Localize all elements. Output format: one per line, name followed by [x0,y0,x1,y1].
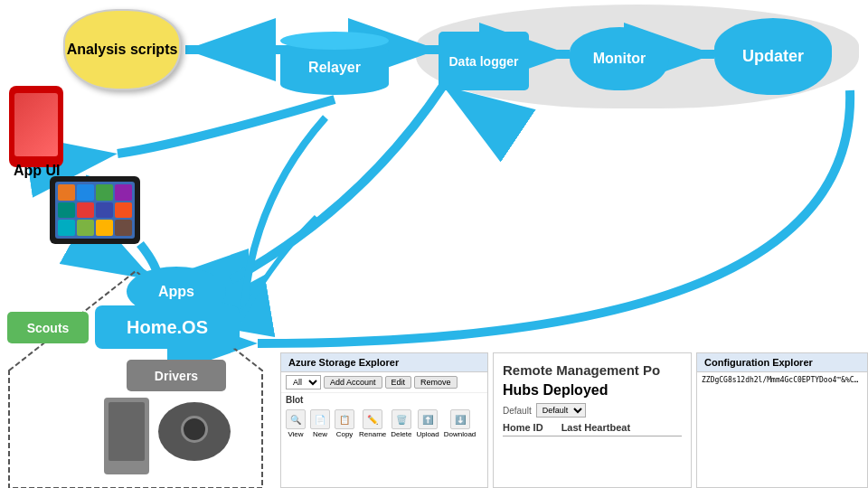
remote-title: Remote Management Po [494,353,691,382]
apps-label: Apps [158,284,194,300]
analysis-scripts-label: Analysis scripts [67,41,178,58]
tablet-device [50,176,140,244]
drivers-badge: Drivers [127,360,226,391]
azure-icon-new: 📄 New [310,409,330,438]
monitor-label: Monitor [593,51,646,67]
relayer-node: Relayer [280,41,389,95]
delete-icon: 🗑️ [392,409,411,429]
azure-dropdown[interactable]: All [286,375,321,389]
azure-icon-upload: ⬆️ Upload [416,409,439,438]
rename-icon: ✏️ [363,409,382,429]
hubs-deployed-title: Hubs Deployed [503,382,682,399]
analysis-scripts-node: Analysis scripts [63,9,181,90]
homeos-badge: Home.OS [95,305,240,349]
device2 [158,402,231,461]
view-icon: 🔍 [286,409,306,429]
hubs-filter-row: Default Default [503,403,682,418]
azure-section-label: Blot [286,395,303,405]
download-icon: ⬇️ [450,409,470,429]
azure-title-bar: Azure Storage Explorer [281,353,487,372]
config-explorer-panel: Configuration Explorer ZZDgCG8s12dh2l/Mm… [696,352,868,488]
hubs-col-headers: Home ID Last Heartbeat [503,422,682,436]
tablet-screen [55,182,135,239]
config-title-bar: Configuration Explorer [697,353,867,372]
hubs-filter-select[interactable]: Default [536,403,586,418]
upload-icon: ⬆️ [418,409,438,429]
device2-lens [181,416,208,443]
remove-button[interactable]: Remove [414,376,458,389]
updater-label: Updater [742,47,804,66]
relayer-label: Relayer [308,60,361,76]
data-logger-node: Data logger [439,32,529,90]
monitor-node: Monitor [570,27,669,90]
homeos-label: Home.OS [127,317,208,338]
scouts-label: Scouts [27,321,70,335]
config-title-text: Configuration Explorer [704,357,813,368]
azure-icon-delete: 🗑️ Delete [391,409,411,438]
config-path: ZZDgCG8s12dh2l/Mmm4GcC0EPTYDoo4™&%CAC3uJ… [697,372,867,388]
home-id-column: Home ID [503,422,543,433]
remote-management-panel: Remote Management Po Hubs Deployed Defau… [493,352,692,488]
phone-device [9,86,63,167]
scouts-badge: Scouts [7,312,89,343]
azure-toolbar: All Add Account Edit Remove [281,372,487,393]
new-icon: 📄 [310,409,330,429]
data-logger-label: Data logger [448,54,518,69]
azure-icon-rename: ✏️ Rename [359,409,386,438]
azure-icon-download: ⬇️ Download [444,409,476,438]
add-account-button[interactable]: Add Account [324,376,382,389]
azure-section-title: Blot [281,393,487,407]
azure-icon-row: 🔍 View 📄 New 📋 Copy ✏️ Rename 🗑️ Delete … [281,407,487,441]
azure-storage-panel: Azure Storage Explorer All Add Account E… [280,352,488,488]
hubs-table: Hubs Deployed Default Default Home ID La… [494,382,691,436]
copy-icon: 📋 [335,409,354,429]
azure-title-text: Azure Storage Explorer [288,357,399,368]
remote-title-text: Remote Management Po [503,362,660,378]
device1-inner [108,402,145,461]
phone-screen [14,93,58,156]
azure-icon-copy: 📋 Copy [335,409,354,438]
drivers-label: Drivers [155,369,198,383]
last-heartbeat-column: Last Heartbeat [561,422,630,433]
azure-icon-view: 🔍 View [286,409,306,438]
edit-button[interactable]: Edit [385,376,412,389]
device1 [104,398,149,474]
updater-node: Updater [714,18,832,95]
